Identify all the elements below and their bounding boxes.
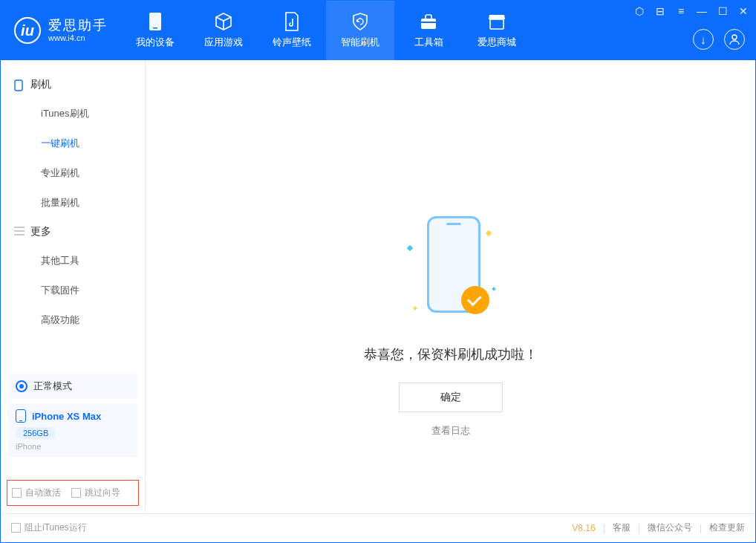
ok-button[interactable]: 确定 bbox=[399, 383, 503, 412]
tab-ringtones-wallpapers[interactable]: 铃声壁纸 bbox=[258, 1, 326, 60]
svg-rect-1 bbox=[153, 27, 157, 29]
sidebar-item-download-firmware[interactable]: 下载固件 bbox=[1, 276, 145, 305]
wechat-link[interactable]: 微信公众号 bbox=[648, 521, 692, 534]
checkbox-icon bbox=[11, 523, 21, 533]
tab-store[interactable]: 爱思商城 bbox=[463, 1, 531, 60]
logo-block: iu 爱思助手 www.i4.cn bbox=[1, 1, 121, 60]
svg-point-5 bbox=[732, 35, 737, 39]
success-illustration bbox=[406, 216, 495, 328]
device-storage-badge: 256GB bbox=[16, 427, 56, 439]
version-label: V8.16 bbox=[572, 523, 595, 533]
shield-refresh-icon bbox=[351, 12, 370, 31]
main-content: 恭喜您，保资料刷机成功啦！ 确定 查看日志 bbox=[146, 60, 755, 513]
app-header: iu 爱思助手 www.i4.cn 我的设备 应用游戏 铃声壁纸 智能刷机 工具… bbox=[1, 1, 755, 60]
checkbox-skip-wizard[interactable]: 跳过向导 bbox=[71, 487, 120, 499]
support-link[interactable]: 客服 bbox=[613, 521, 630, 534]
music-file-icon bbox=[282, 12, 302, 31]
device-type: iPhone bbox=[16, 442, 130, 451]
close-button[interactable]: ✕ bbox=[737, 5, 749, 17]
header-tabs: 我的设备 应用游戏 铃声壁纸 智能刷机 工具箱 爱思商城 bbox=[121, 1, 531, 60]
maximize-button[interactable]: ☐ bbox=[717, 5, 729, 17]
minimize-button[interactable]: — bbox=[696, 5, 708, 17]
highlight-checkbox-row: 自动激活 跳过向导 bbox=[7, 480, 139, 506]
toolbox-icon bbox=[419, 12, 438, 31]
status-bar: 阻止iTunes运行 V8.16 | 客服 | 微信公众号 | 检查更新 bbox=[1, 513, 755, 542]
tab-apps-games[interactable]: 应用游戏 bbox=[189, 1, 258, 60]
svg-rect-2 bbox=[421, 19, 436, 29]
svg-rect-4 bbox=[490, 19, 504, 29]
svg-rect-6 bbox=[15, 80, 22, 91]
device-phone-icon bbox=[16, 409, 26, 423]
shirt-icon[interactable]: ⬡ bbox=[633, 5, 645, 17]
sidebar-item-other-tools[interactable]: 其他工具 bbox=[1, 246, 145, 276]
view-log-link[interactable]: 查看日志 bbox=[431, 424, 470, 438]
phone-small-icon bbox=[14, 79, 25, 90]
check-badge-icon bbox=[461, 286, 489, 314]
user-button[interactable] bbox=[724, 29, 745, 50]
device-mode-row[interactable]: 正常模式 bbox=[8, 374, 137, 399]
tab-smart-flash[interactable]: 智能刷机 bbox=[326, 1, 394, 60]
logo-icon: iu bbox=[14, 17, 41, 44]
sidebar-group-more: 更多 bbox=[1, 218, 145, 246]
checkbox-icon bbox=[71, 488, 81, 498]
tab-my-device[interactable]: 我的设备 bbox=[121, 1, 189, 60]
list-icon bbox=[14, 227, 25, 237]
device-icon bbox=[146, 12, 165, 31]
mode-dot-icon bbox=[16, 380, 27, 392]
download-button[interactable]: ↓ bbox=[693, 29, 714, 50]
sidebar-item-batch-flash[interactable]: 批量刷机 bbox=[1, 188, 145, 218]
success-message: 恭喜您，保资料刷机成功啦！ bbox=[364, 345, 538, 363]
device-info-row[interactable]: iPhone XS Max 256GB iPhone bbox=[8, 403, 137, 457]
sidebar-item-itunes-flash[interactable]: iTunes刷机 bbox=[1, 99, 145, 129]
sidebar-item-advanced[interactable]: 高级功能 bbox=[1, 305, 145, 335]
checkbox-block-itunes[interactable]: 阻止iTunes运行 bbox=[11, 521, 87, 534]
sidebar-item-oneclick-flash[interactable]: 一键刷机 bbox=[1, 129, 145, 158]
device-name: iPhone XS Max bbox=[32, 411, 101, 422]
checkbox-icon bbox=[12, 488, 22, 498]
store-icon bbox=[487, 12, 506, 31]
svg-rect-3 bbox=[421, 22, 436, 23]
menu-icon[interactable]: ≡ bbox=[675, 5, 687, 17]
app-name: 爱思助手 bbox=[48, 19, 108, 33]
checkbox-auto-activate[interactable]: 自动激活 bbox=[12, 487, 61, 499]
check-update-link[interactable]: 检查更新 bbox=[709, 521, 745, 534]
sidebar: 刷机 iTunes刷机 一键刷机 专业刷机 批量刷机 更多 其他工具 下载固件 … bbox=[1, 60, 146, 513]
window-controls: ⬡ ⊟ ≡ — ☐ ✕ bbox=[633, 5, 749, 17]
tab-toolbox[interactable]: 工具箱 bbox=[394, 1, 463, 60]
app-url: www.i4.cn bbox=[48, 33, 108, 42]
cube-icon bbox=[214, 12, 233, 31]
sidebar-item-pro-flash[interactable]: 专业刷机 bbox=[1, 158, 145, 188]
lock-icon[interactable]: ⊟ bbox=[654, 5, 666, 17]
sidebar-group-flash: 刷机 bbox=[1, 71, 145, 99]
